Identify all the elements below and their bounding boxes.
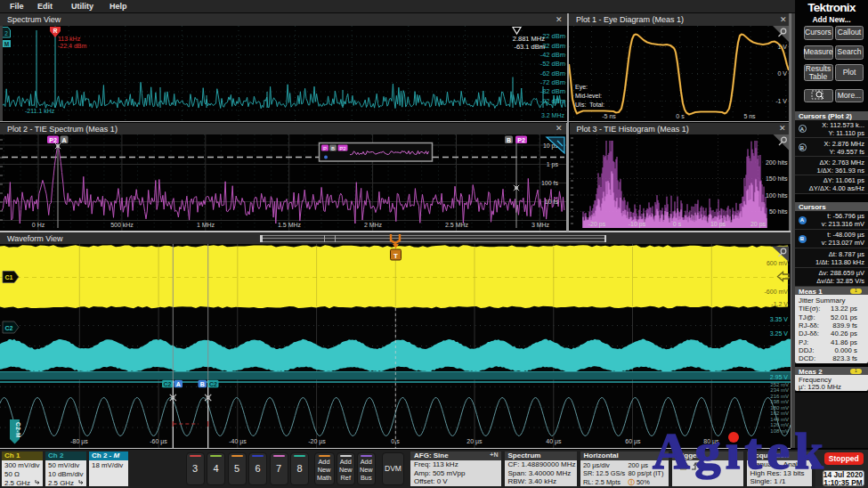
svg-text:3.25 V: 3.25 V <box>770 330 789 337</box>
svg-text:252 mV: 252 mV <box>770 382 789 387</box>
svg-text:0 V: 0 V <box>777 70 787 77</box>
svg-text:C2: C2 <box>5 325 13 331</box>
svg-text:Mid-level:: Mid-level: <box>575 93 602 99</box>
svg-text:5 ns: 5 ns <box>743 113 756 119</box>
svg-text:0 Hz: 0 Hz <box>32 222 45 228</box>
svg-text:10 fs: 10 fs <box>545 199 559 205</box>
svg-text:600 mV: 600 mV <box>767 260 788 266</box>
svg-text:180 mV: 180 mV <box>770 405 789 411</box>
svg-text:-62 dBm: -62 dBm <box>540 69 565 77</box>
svg-text:B: B <box>200 381 205 387</box>
svg-text:3.35 V: 3.35 V <box>770 316 789 322</box>
svg-text:3.2 MHz: 3.2 MHz <box>541 112 565 118</box>
svg-text:-52 dBm: -52 dBm <box>540 60 565 68</box>
svg-text:150 hits: 150 hits <box>765 175 787 182</box>
svg-text:100 fs: 100 fs <box>541 180 559 186</box>
svg-text:Eye:: Eye: <box>575 84 588 91</box>
svg-text:-92 dBm: -92 dBm <box>540 96 565 104</box>
svg-text:20 ps: 20 ps <box>750 221 766 228</box>
svg-text:-5 ns: -5 ns <box>602 113 616 119</box>
svg-text:100 hits: 100 hits <box>765 192 787 199</box>
svg-text:-72 dBm: -72 dBm <box>540 78 565 86</box>
svg-text:50 hits: 50 hits <box>768 208 787 215</box>
svg-text:R: R <box>53 28 58 34</box>
svg-text:1 V: 1 V <box>777 44 787 50</box>
svg-text:-42 dBm: -42 dBm <box>540 50 565 58</box>
svg-text:113 kHz: 113 kHz <box>58 36 81 42</box>
svg-text:234 mV: 234 mV <box>770 387 789 393</box>
svg-text:2 MHz: 2 MHz <box>364 222 383 228</box>
svg-text:-1.2 V: -1.2 V <box>771 301 788 307</box>
svg-text:144 mV: 144 mV <box>770 417 789 422</box>
svg-text:-211.1 kHz: -211.1 kHz <box>25 108 55 114</box>
svg-text:198 mV: 198 mV <box>770 399 789 404</box>
svg-text:162 mV: 162 mV <box>770 411 789 416</box>
svg-text:40 µs: 40 µs <box>546 438 562 445</box>
svg-text:B: B <box>507 137 511 143</box>
svg-text:200 hits: 200 hits <box>765 159 787 166</box>
svg-text:-82 dBm: -82 dBm <box>540 87 565 95</box>
svg-text:A: A <box>61 137 66 143</box>
svg-text:-10 ps: -10 ps <box>628 221 645 228</box>
svg-text:-63.1 dBm: -63.1 dBm <box>514 42 545 50</box>
svg-text:10 ps: 10 ps <box>710 221 726 228</box>
svg-text:500 kHz: 500 kHz <box>110 222 134 228</box>
svg-text:-22.4 dBm: -22.4 dBm <box>58 43 86 49</box>
svg-text:P: P <box>323 146 327 151</box>
svg-text:0 s: 0 s <box>676 113 685 119</box>
svg-text:UIs: Total:: UIs: Total: <box>575 102 604 108</box>
svg-text:216 mV: 216 mV <box>770 394 789 399</box>
svg-text:M: M <box>4 40 9 46</box>
svg-text:T: T <box>393 252 398 260</box>
svg-text:C1: C1 <box>5 274 13 281</box>
svg-text:C2: C2 <box>164 381 172 387</box>
svg-text:-60 µs: -60 µs <box>150 438 167 445</box>
svg-text:C2-M: C2-M <box>15 422 21 438</box>
svg-text:-20 µs: -20 µs <box>308 438 326 445</box>
svg-text:-80 µs: -80 µs <box>70 438 88 445</box>
svg-text:-1 V: -1 V <box>775 98 787 104</box>
svg-text:1 MHz: 1 MHz <box>197 222 215 228</box>
svg-text:3.05 V: 3.05 V <box>770 359 789 365</box>
svg-text:60 µs: 60 µs <box>625 438 641 445</box>
svg-text:-40 µs: -40 µs <box>229 438 247 445</box>
svg-text:2.95 V: 2.95 V <box>770 374 789 380</box>
svg-text:-20 ps: -20 ps <box>588 221 605 228</box>
svg-text:1.5 MHz: 1.5 MHz <box>278 222 302 228</box>
svg-text:-600 mV: -600 mV <box>765 289 789 295</box>
svg-text:3.15 V: 3.15 V <box>770 345 789 351</box>
svg-text:B: B <box>331 146 335 151</box>
svg-text:P2: P2 <box>339 146 346 151</box>
svg-text:2.5 MHz: 2.5 MHz <box>445 222 469 228</box>
svg-text:C2: C2 <box>209 381 217 387</box>
svg-text:A: A <box>176 381 181 387</box>
svg-text:1 ps: 1 ps <box>547 161 559 168</box>
svg-text:20 µs: 20 µs <box>466 438 483 445</box>
svg-text:P2: P2 <box>517 137 525 143</box>
svg-text:2: 2 <box>4 29 8 36</box>
svg-text:P2: P2 <box>49 137 57 143</box>
svg-text:0 s: 0 s <box>391 438 400 444</box>
svg-text:3 MHz: 3 MHz <box>531 222 550 228</box>
svg-text:0 s: 0 s <box>672 221 681 227</box>
